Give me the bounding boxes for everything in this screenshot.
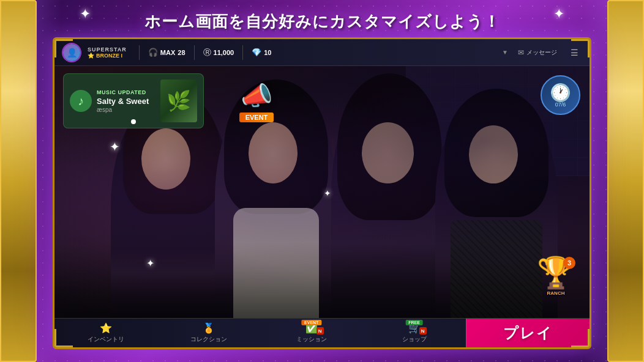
user-level: ⭐ BRONZE I <box>88 53 127 59</box>
divider-3 <box>242 45 243 60</box>
shop-label: ショップ <box>402 335 427 344</box>
music-icon-box: ♪ <box>70 90 92 112</box>
face-3 <box>362 122 414 183</box>
collection-icon: 🏅 <box>203 322 215 334</box>
divider-1 <box>139 45 140 60</box>
collection-label: コレクション <box>190 335 227 344</box>
mail-icon: ✉ <box>518 48 524 57</box>
nav-item-collection[interactable]: 🏅 コレクション <box>157 319 260 347</box>
user-rank: SUPERSTAR <box>88 46 127 53</box>
divider-2 <box>194 45 195 60</box>
rank-number: 3 <box>563 257 575 269</box>
message-label: メッセージ <box>526 48 557 57</box>
top-4 <box>451 220 542 318</box>
currency1-value: 11,000 <box>214 49 234 56</box>
top-2 <box>233 208 319 318</box>
rank-label: RANCH <box>547 290 565 296</box>
dot-indicator <box>131 119 136 124</box>
diamond-stat: 💎 10 <box>252 48 271 57</box>
r-icon: Ⓡ <box>203 47 211 58</box>
thumbnail-icon: 🌿 <box>167 89 191 113</box>
headphone-label: MAX <box>160 49 175 56</box>
main-content: ✦ ✦ ✦ ♪ MUSIC UPDATED Salty & Sweet æspa… <box>54 66 590 318</box>
gold-corner-br <box>571 329 590 347</box>
music-thumbnail: 🌿 <box>160 79 197 122</box>
headphone-value: 28 <box>178 49 185 56</box>
shop-n-badge: N <box>419 327 427 334</box>
message-button[interactable]: ✉ メッセージ <box>514 46 561 59</box>
face-4 <box>469 125 518 183</box>
music-updated-card[interactable]: ♪ MUSIC UPDATED Salty & Sweet æspa 🌿 <box>63 73 204 128</box>
face-2 <box>249 122 298 183</box>
left-side-panel <box>0 0 37 362</box>
music-note-icon: ♪ <box>78 94 84 108</box>
diamond-icon: 💎 <box>252 48 261 57</box>
app-frame: 👤 SUPERSTAR ⭐ BRONZE I 🎧 MAX 28 Ⓡ 11,000… <box>53 37 591 349</box>
mission-n-badge: N <box>316 327 324 334</box>
star-decoration-left: ✦ <box>80 6 91 22</box>
music-info: MUSIC UPDATED Salty & Sweet æspa <box>97 89 155 113</box>
gold-corner-tl <box>54 39 73 57</box>
event-label: EVENT <box>239 113 274 122</box>
headphone-icon: 🎧 <box>148 48 158 57</box>
music-title: Salty & Sweet <box>97 97 155 106</box>
user-info: SUPERSTAR ⭐ BRONZE I <box>88 46 127 59</box>
gold-corner-bl <box>54 329 73 347</box>
dropdown-arrow[interactable]: ▼ <box>502 49 508 56</box>
bottom-nav: ⭐ インベントリ 🏅 コレクション EVENT N ✅ ミッション FREE N… <box>54 318 590 347</box>
face-1 <box>141 128 190 190</box>
level-text: BRONZE I <box>96 53 122 59</box>
timer-clock-icon: 🕐 <box>550 83 571 103</box>
star-decoration-right: ✦ <box>553 6 564 22</box>
right-side-panel <box>607 0 644 362</box>
figure-3 <box>331 73 447 318</box>
free-badge: FREE <box>405 320 423 325</box>
rank-badge[interactable]: 🏆 3 RANCH <box>531 251 580 300</box>
page-title: ホーム画面を自分好みにカスタマイズしよう！ <box>144 11 500 32</box>
r-stat: Ⓡ 11,000 <box>203 47 234 58</box>
star-icon: ⭐ <box>88 53 94 59</box>
currency2-value: 10 <box>264 49 271 56</box>
timer-widget[interactable]: 🕐 07/6 <box>541 75 580 115</box>
nav-item-shop[interactable]: FREE N 🛒 ショップ <box>363 319 466 347</box>
event-button[interactable]: 📣 EVENT <box>232 75 281 127</box>
mission-label: ミッション <box>296 335 327 344</box>
header-bar: 👤 SUPERSTAR ⭐ BRONZE I 🎧 MAX 28 Ⓡ 11,000… <box>54 39 590 66</box>
headphone-stat: 🎧 MAX 28 <box>148 48 185 57</box>
timer-text: 07/6 <box>555 102 566 108</box>
event-nav-badge: EVENT <box>301 320 321 325</box>
inventory-icon: ⭐ <box>100 322 112 334</box>
megaphone-icon: 📣 <box>241 81 272 111</box>
inventory-label: インベントリ <box>88 335 124 344</box>
music-updated-label: MUSIC UPDATED <box>97 89 155 95</box>
nav-item-mission[interactable]: EVENT N ✅ ミッション <box>260 319 363 347</box>
gold-corner-tr <box>571 39 590 57</box>
music-artist: æspa <box>97 106 155 113</box>
play-label: プレイ <box>503 323 553 343</box>
